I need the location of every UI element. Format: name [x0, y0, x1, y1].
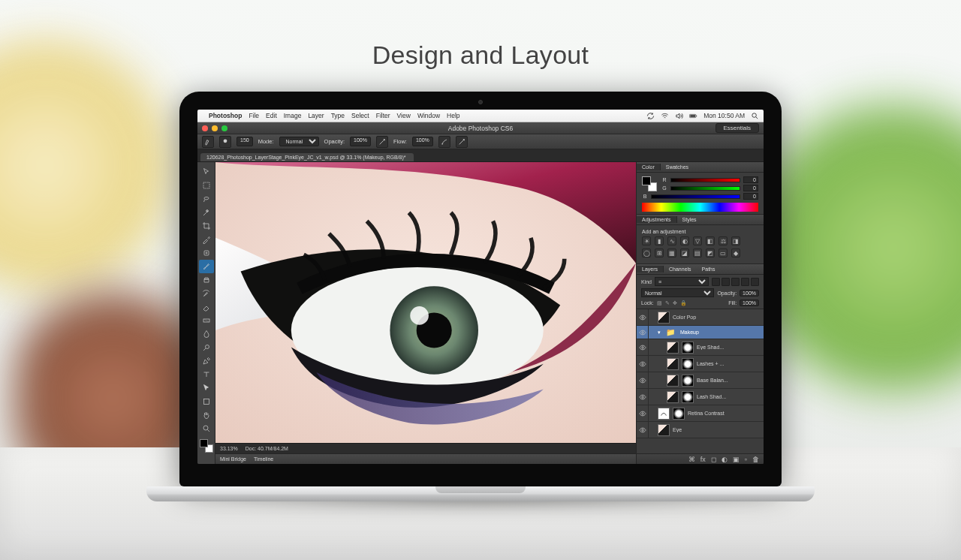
layer-name[interactable]: Lash Shad...	[697, 394, 761, 399]
layer-mask-thumbnail[interactable]	[682, 375, 694, 387]
timeline-tab[interactable]: Timeline	[254, 456, 273, 462]
layer-fx-icon[interactable]: fx	[700, 456, 706, 463]
blur-tool[interactable]	[199, 327, 214, 341]
layer-row[interactable]: Eye	[637, 422, 764, 438]
magic-wand-tool[interactable]	[199, 206, 214, 219]
adj-bw-icon[interactable]: ◨	[731, 236, 740, 245]
adj-brightness-icon[interactable]: ☀	[642, 236, 651, 245]
document-info[interactable]: Doc: 40.7M/84.2M	[246, 446, 288, 451]
document-tab[interactable]: 120628_Photoshop_LayerStage_PinkEye_JC_v…	[200, 153, 414, 161]
layer-name[interactable]: Lashes + ...	[697, 361, 761, 366]
adj-curves-icon[interactable]: ∿	[667, 236, 676, 245]
visibility-toggle-icon[interactable]	[637, 372, 649, 388]
crop-tool[interactable]	[199, 219, 214, 233]
layer-row[interactable]: Base Balan...	[637, 372, 764, 389]
adj-hue-icon[interactable]: ◧	[706, 236, 715, 245]
brush-size[interactable]: 150	[236, 137, 253, 146]
tool-preset-icon[interactable]	[202, 136, 214, 148]
layer-thumbnail[interactable]	[658, 408, 670, 420]
r-value[interactable]: 0	[743, 176, 758, 183]
layer-name[interactable]: Eye	[673, 427, 761, 432]
visibility-toggle-icon[interactable]	[637, 422, 649, 438]
adj-threshold-icon[interactable]: ◩	[706, 248, 715, 257]
mini-bridge-tab[interactable]: Mini Bridge	[220, 456, 246, 462]
adj-photofilter-icon[interactable]: ◯	[642, 248, 651, 257]
layers-tab[interactable]: Layers	[637, 266, 664, 272]
layer-fill-value[interactable]: 100%	[740, 300, 759, 306]
layer-thumbnail[interactable]	[667, 342, 679, 354]
gradient-tool[interactable]	[199, 314, 214, 327]
brush-preset-icon[interactable]	[219, 136, 231, 148]
wifi-icon[interactable]	[661, 112, 669, 120]
layer-name[interactable]: Makeup	[680, 330, 761, 335]
flow-value[interactable]: 100%	[412, 137, 433, 146]
layer-mask-thumbnail[interactable]	[673, 408, 685, 420]
g-value[interactable]: 0	[743, 185, 758, 191]
healing-brush-tool[interactable]	[199, 246, 214, 260]
layer-name[interactable]: Eye Shad...	[697, 345, 761, 350]
lock-pixels-icon[interactable]: ✎	[665, 300, 670, 306]
pressure-size-icon[interactable]	[456, 136, 468, 148]
channels-tab[interactable]: Channels	[664, 266, 697, 272]
lasso-tool[interactable]	[199, 192, 214, 206]
menu-layer[interactable]: Layer	[308, 112, 324, 119]
adj-vibrance-icon[interactable]: ▽	[693, 236, 702, 245]
history-brush-tool[interactable]	[199, 287, 214, 300]
foreground-color[interactable]	[200, 439, 208, 447]
path-select-tool[interactable]	[199, 381, 214, 395]
shape-tool[interactable]	[199, 395, 214, 408]
visibility-toggle-icon[interactable]	[637, 389, 649, 405]
menu-file[interactable]: File	[249, 112, 259, 119]
color-swatches[interactable]	[199, 438, 214, 453]
airbrush-icon[interactable]	[438, 136, 450, 148]
eyedropper-tool[interactable]	[199, 233, 214, 246]
battery-icon[interactable]	[689, 112, 697, 120]
chevron-down-icon[interactable]: ▾	[658, 330, 661, 336]
layer-opacity-value[interactable]: 100%	[740, 290, 759, 297]
app-titlebar[interactable]: Adobe Photoshop CS6 Essentials	[197, 122, 764, 134]
b-slider[interactable]	[651, 194, 740, 199]
filter-type-icon[interactable]	[731, 278, 740, 286]
styles-tab[interactable]: Styles	[677, 216, 702, 223]
panel-color-swatches[interactable]	[642, 176, 657, 191]
menu-image[interactable]: Image	[284, 112, 302, 119]
r-slider[interactable]	[670, 178, 740, 182]
move-tool[interactable]	[199, 165, 214, 179]
layer-row[interactable]: Color Pop	[637, 309, 764, 326]
adj-gradientmap-icon[interactable]: ▭	[718, 248, 728, 257]
new-group-icon[interactable]: ▣	[733, 456, 740, 463]
color-spectrum[interactable]	[642, 203, 758, 212]
opacity-value[interactable]: 100%	[350, 137, 371, 146]
lock-all-icon[interactable]: 🔒	[680, 300, 687, 306]
swatches-tab[interactable]: Swatches	[661, 164, 694, 170]
pen-tool[interactable]	[199, 354, 214, 368]
marquee-tool[interactable]	[199, 179, 214, 192]
layer-row[interactable]: Lash Shad...	[637, 389, 764, 405]
adj-colorbalance-icon[interactable]: ⚖	[718, 236, 728, 245]
layer-mask-icon[interactable]: ◻	[711, 456, 716, 463]
adj-exposure-icon[interactable]: ◐	[680, 236, 689, 245]
filter-adjust-icon[interactable]	[722, 278, 730, 286]
lock-position-icon[interactable]: ✥	[673, 300, 677, 306]
visibility-toggle-icon[interactable]	[637, 356, 649, 372]
visibility-toggle-icon[interactable]	[637, 339, 649, 355]
menu-edit[interactable]: Edit	[266, 112, 277, 119]
layer-row[interactable]: ▾📁Makeup	[637, 326, 764, 339]
visibility-toggle-icon[interactable]	[637, 309, 649, 325]
clone-stamp-tool[interactable]	[199, 273, 214, 287]
adj-channelmixer-icon[interactable]: ⊞	[655, 248, 664, 257]
color-tab[interactable]: Color	[637, 164, 661, 170]
blend-mode-select[interactable]: Normal	[279, 137, 319, 146]
adj-colorlookup-icon[interactable]: ▦	[667, 248, 676, 257]
layer-thumbnail[interactable]	[658, 424, 670, 436]
macos-menubar[interactable]: Photoshop File Edit Image Layer Type Sel…	[197, 110, 764, 122]
layer-name[interactable]: Base Balan...	[697, 378, 761, 383]
eraser-tool[interactable]	[199, 300, 214, 314]
new-adjustment-icon[interactable]: ◐	[722, 456, 728, 463]
delete-layer-icon[interactable]: 🗑	[752, 456, 759, 463]
pressure-opacity-icon[interactable]	[376, 136, 388, 148]
layer-blend-select[interactable]: Normal	[641, 288, 714, 297]
adjustments-tab[interactable]: Adjustments	[637, 216, 677, 223]
layer-mask-thumbnail[interactable]	[682, 342, 694, 354]
app-menu[interactable]: Photoshop	[209, 112, 242, 119]
